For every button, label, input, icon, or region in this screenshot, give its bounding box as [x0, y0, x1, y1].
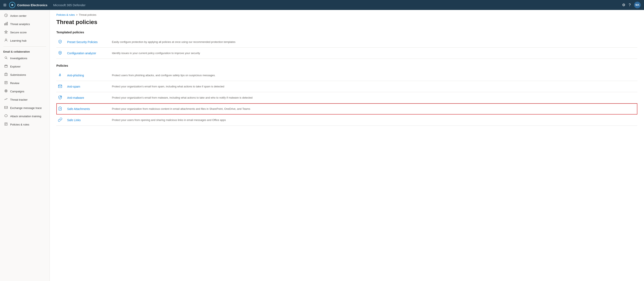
sidebar-label-exchange-message-trace: Exchange message trace	[10, 106, 42, 110]
anti-spam-desc: Protect your organization's email from s…	[112, 85, 637, 88]
config-analyzer-name: Configuration analyzer	[67, 51, 108, 55]
sidebar-item-attack-simulation[interactable]: Attack simulation training	[0, 112, 50, 120]
svg-rect-4	[6, 23, 6, 25]
sidebar-item-review[interactable]: Review	[0, 79, 50, 87]
logo: Contoso Electronics	[9, 2, 48, 8]
app-name: Microsoft 365 Defender	[53, 3, 86, 7]
sidebar-item-learning-hub[interactable]: Learning hub	[0, 36, 50, 45]
policy-row-preset-security[interactable]: Preset Security Policies Easily configur…	[56, 36, 637, 48]
page-title: Threat policies	[50, 16, 644, 30]
policies-rules-icon	[4, 122, 8, 127]
breadcrumb-current: Threat policies	[79, 13, 96, 16]
svg-rect-8	[5, 65, 8, 67]
svg-point-13	[6, 91, 6, 91]
sidebar-label-explorer: Explorer	[10, 65, 20, 68]
investigations-icon	[4, 56, 8, 60]
sidebar-item-policies-rules[interactable]: Policies & rules	[0, 120, 50, 129]
sidebar-label-action-center: Action center	[10, 14, 26, 17]
sidebar-item-threat-tracker[interactable]: Threat tracker	[0, 95, 50, 104]
sidebar-label-policies-rules: Policies & rules	[10, 123, 29, 126]
svg-point-6	[5, 39, 7, 40]
sidebar: Action center Threat analytics Secure sc…	[0, 10, 50, 281]
policies-section: Policies Anti-phishing Protect users fro…	[50, 64, 644, 131]
sidebar-label-submissions: Submissions	[10, 73, 26, 76]
sidebar-label-secure-score: Secure score	[10, 31, 27, 34]
safe-attachments-desc: Protect your organization from malicious…	[112, 107, 637, 110]
main-content: Policies & rules > Threat policies Threa…	[50, 10, 644, 281]
settings-button[interactable]: ⚙	[622, 3, 625, 7]
safe-links-name: Safe Links	[67, 118, 108, 122]
anti-phishing-name: Anti-phishing	[67, 74, 108, 77]
safe-links-icon	[56, 117, 64, 123]
attack-simulation-icon	[4, 114, 8, 118]
submissions-icon	[4, 72, 8, 77]
policy-row-safe-attachments[interactable]: Safe Attachments Protect your organizati…	[56, 103, 637, 114]
learning-hub-icon	[4, 38, 8, 43]
anti-phishing-desc: Protect users from phishing attacks, and…	[112, 74, 637, 77]
policies-title: Policies	[56, 64, 637, 70]
campaigns-icon	[4, 89, 8, 94]
anti-spam-name: Anti-spam	[67, 85, 108, 88]
topnav: ⊞ Contoso Electronics Microsoft 365 Defe…	[0, 0, 644, 10]
brand-name: Contoso Electronics	[17, 3, 48, 7]
breadcrumb: Policies & rules > Threat policies	[50, 10, 644, 16]
policy-row-anti-malware[interactable]: Anti-malware Protect your organization's…	[56, 92, 637, 103]
sidebar-label-learning-hub: Learning hub	[10, 39, 26, 42]
anti-malware-name: Anti-malware	[67, 96, 108, 99]
review-icon	[4, 81, 8, 85]
policy-row-anti-phishing[interactable]: Anti-phishing Protect users from phishin…	[56, 70, 637, 81]
svg-point-7	[5, 57, 7, 59]
sidebar-section-label: Email & collaboration	[0, 48, 50, 54]
safe-attachments-icon	[56, 106, 64, 111]
threat-analytics-icon	[4, 22, 8, 26]
sidebar-label-attack-simulation: Attack simulation training	[10, 115, 41, 118]
sidebar-item-campaigns[interactable]: Campaigns	[0, 87, 50, 95]
anti-phishing-icon	[56, 73, 64, 78]
secure-score-icon	[4, 30, 8, 34]
help-button[interactable]: ?	[629, 3, 631, 7]
breadcrumb-parent[interactable]: Policies & rules	[56, 13, 75, 16]
policy-row-anti-spam[interactable]: Anti-spam Protect your organization's em…	[56, 81, 637, 92]
preset-security-name: Preset Security Policies	[67, 40, 108, 44]
layout: Action center Threat analytics Secure sc…	[0, 10, 644, 281]
config-analyzer-icon	[56, 50, 64, 56]
sidebar-divider	[3, 46, 46, 47]
policy-row-safe-links[interactable]: Safe Links Protect your users from openi…	[56, 114, 637, 126]
anti-malware-desc: Protect your organization's email from m…	[112, 96, 637, 99]
svg-rect-5	[7, 22, 8, 25]
topnav-actions: ⚙ ? MA	[622, 2, 641, 8]
sidebar-label-review: Review	[10, 82, 19, 85]
preset-security-icon	[56, 39, 64, 44]
sidebar-label-campaigns: Campaigns	[10, 90, 24, 93]
safe-attachments-name: Safe Attachments	[67, 107, 108, 111]
policy-row-config-analyzer[interactable]: Configuration analyzer Identify issues i…	[56, 48, 637, 59]
sidebar-item-investigations[interactable]: Investigations	[0, 54, 50, 62]
logo-icon	[9, 2, 16, 8]
sidebar-label-threat-analytics: Threat analytics	[10, 22, 30, 26]
avatar[interactable]: MA	[634, 2, 641, 8]
grid-icon[interactable]: ⊞	[3, 3, 6, 7]
preset-security-desc: Easily configure protection by applying …	[112, 40, 637, 43]
svg-rect-17	[58, 85, 62, 88]
sidebar-item-threat-analytics[interactable]: Threat analytics	[0, 20, 50, 28]
action-center-icon	[4, 13, 8, 18]
config-analyzer-desc: Identify issues in your current policy c…	[112, 51, 637, 55]
svg-rect-3	[4, 24, 5, 25]
threat-tracker-icon	[4, 97, 8, 102]
sidebar-item-explorer[interactable]: Explorer	[0, 62, 50, 71]
sidebar-item-secure-score[interactable]: Secure score	[0, 28, 50, 36]
sidebar-item-exchange-message-trace[interactable]: Exchange message trace	[0, 104, 50, 112]
explorer-icon	[4, 64, 8, 69]
breadcrumb-separator: >	[76, 13, 78, 16]
exchange-message-trace-icon	[4, 106, 8, 110]
safe-links-desc: Protect your users from opening and shar…	[112, 118, 637, 122]
anti-malware-icon	[56, 95, 64, 100]
svg-point-16	[60, 74, 60, 75]
anti-spam-icon	[56, 84, 64, 89]
sidebar-item-action-center[interactable]: Action center	[0, 11, 50, 20]
sidebar-item-submissions[interactable]: Submissions	[0, 71, 50, 79]
svg-rect-14	[4, 106, 8, 109]
templated-policies-section: Templated policies Preset Security Polic…	[50, 30, 644, 64]
templated-policies-title: Templated policies	[56, 30, 637, 36]
sidebar-label-investigations: Investigations	[10, 57, 27, 60]
